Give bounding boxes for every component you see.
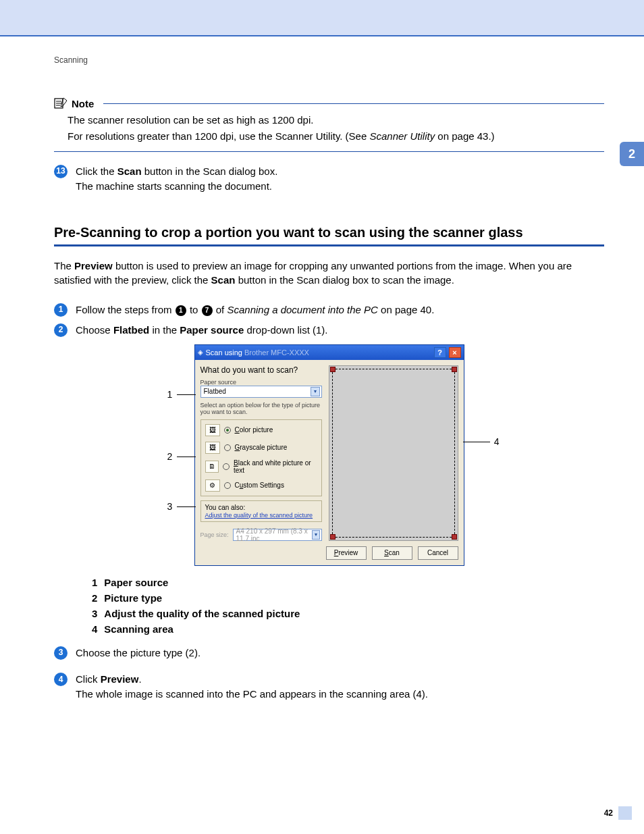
figure-legend: 1Paper source 2Picture type 3Adjust the …	[92, 577, 604, 635]
window-icon: ◈	[198, 348, 203, 356]
section-heading: Pre-Scanning to crop a portion you want …	[54, 225, 604, 240]
opt-gray[interactable]: 🖼 Grayscale picture	[205, 442, 317, 454]
radio-bw[interactable]	[223, 463, 230, 470]
step13-bold: Scan	[117, 165, 142, 177]
dialog-title: Scan using	[206, 348, 244, 357]
note-rule-top	[103, 103, 604, 104]
page-content: Scanning Note The scanner resolution can…	[54, 55, 604, 707]
opt-custom[interactable]: ⚙ Custom Settings	[205, 479, 317, 492]
paper-source-combo[interactable]: Flatbed ▾	[200, 386, 322, 398]
step-3: 3 Choose the picture type (2).	[54, 646, 604, 660]
section-rule	[54, 244, 604, 246]
note-box: Note The scanner resolution can be set a…	[54, 97, 604, 152]
s2-c: drop-down list (1).	[244, 324, 327, 336]
adjust-quality-link[interactable]: Adjust the quality of the scanned pictur…	[205, 512, 313, 519]
callout-4-num: 4	[494, 436, 500, 447]
opt-color-label: CColor pictureolor picture	[235, 426, 273, 434]
s4-c: .	[138, 673, 141, 685]
chevron-down-icon: ▾	[312, 530, 319, 540]
opt-color[interactable]: 🖼 CColor pictureolor picture	[205, 424, 317, 436]
paper-source-value: Flatbed	[204, 388, 226, 395]
also-group: You can also: Adjust the quality of the …	[200, 500, 322, 522]
page-size-combo[interactable]: A4 210 x 297 mm (8.3 x 11.7 inc ▾	[233, 529, 322, 541]
callout-4: 4	[494, 436, 500, 447]
close-button[interactable]: ×	[449, 347, 461, 358]
s1-link[interactable]: Scanning a document into the PC	[227, 304, 377, 315]
step-4: 4 Click Preview. The whole image is scan…	[54, 672, 604, 702]
intro-b2: Scan	[211, 274, 236, 286]
legend-1-n: 1	[92, 577, 97, 588]
step-13: 13 Click the Scan button in the Scan dia…	[54, 164, 604, 194]
opt-bw[interactable]: 🗎 Black and white picture or text	[205, 459, 317, 474]
page-size-label: Page size:	[200, 531, 229, 538]
step-1: 1 Follow the steps from 1 to 7 of Scanni…	[54, 303, 604, 317]
intro-b1: Preview	[74, 260, 113, 271]
step-2: 2 Choose Flatbed in the Paper source dro…	[54, 323, 604, 338]
top-band	[0, 0, 644, 35]
section-intro: The Preview button is used to preview an…	[54, 259, 604, 288]
chevron-down-icon: ▾	[311, 387, 320, 396]
select-hint: Select an option below for the type of p…	[200, 402, 322, 415]
step13-line2: The machine starts scanning the document…	[76, 180, 272, 192]
legend-4-t: Scanning area	[104, 623, 173, 635]
radio-custom[interactable]	[224, 482, 231, 489]
scan-button[interactable]: Scan	[372, 546, 412, 560]
callout-1: 1	[167, 389, 173, 400]
s1-b: of	[213, 304, 227, 315]
dialog-figure: 1 2 3 4 ◈ Scan using Brother MFC-XXXX ? …	[167, 344, 491, 566]
opt-custom-label: Custom Settings	[235, 481, 284, 489]
page-size-value: A4 210 x 297 mm (8.3 x 11.7 inc	[236, 527, 313, 542]
step-4-badge: 4	[54, 673, 68, 686]
chapter-thumb-tab: 2	[620, 142, 644, 166]
scanning-area[interactable]	[329, 365, 458, 541]
opt-bw-label: Black and white picture or text	[234, 459, 317, 474]
step-13-badge: 13	[54, 165, 68, 178]
cancel-button[interactable]: Cancel	[418, 546, 458, 560]
radio-gray[interactable]	[224, 444, 231, 451]
custom-settings-icon: ⚙	[205, 479, 220, 492]
dialog-question: What do you want to scan?	[200, 365, 322, 375]
opt-gray-label: Grayscale picture	[235, 444, 288, 451]
s2-b1: Flatbed	[113, 324, 149, 336]
resize-handle-tl[interactable]	[330, 367, 336, 372]
s1-c: on page 40.	[378, 304, 434, 315]
scan-dialog: ◈ Scan using Brother MFC-XXXX ? × What d…	[194, 344, 464, 566]
preview-button[interactable]: Preview	[326, 546, 367, 560]
legend-3-n: 3	[92, 608, 97, 619]
step13-pre: Click the	[76, 165, 117, 177]
s2-mid: in the	[149, 324, 180, 336]
callout-2: 2	[167, 451, 173, 462]
s1-mid: to	[187, 304, 201, 315]
note-label: Note	[72, 98, 94, 109]
legend-1-t: Paper source	[104, 577, 168, 588]
s2-b2: Paper source	[180, 324, 244, 336]
note-body: The scanner resolution can be set as hig…	[54, 109, 604, 152]
step-2-badge: 2	[54, 323, 68, 337]
s2-a: Choose	[76, 324, 113, 336]
dialog-titlebar: ◈ Scan using Brother MFC-XXXX ? ×	[195, 345, 464, 360]
legend-2-t: Picture type	[104, 592, 162, 604]
s4-line2: The whole image is scanned into the PC a…	[76, 688, 428, 700]
note-icon	[54, 97, 68, 109]
step13-post: button in the Scan dialog box.	[142, 165, 278, 177]
note-scanner-utility-link[interactable]: Scanner Utility	[369, 130, 435, 142]
dialog-title-device: Brother MFC-XXXX	[244, 348, 309, 357]
resize-handle-br[interactable]	[452, 534, 457, 540]
note-line2a: For resolutions greater than 1200 dpi, u…	[68, 130, 369, 142]
breadcrumb: Scanning	[54, 55, 604, 65]
legend-2-n: 2	[92, 592, 97, 604]
resize-handle-tr[interactable]	[452, 367, 457, 372]
s1-a: Follow the steps from	[76, 304, 175, 315]
inline-badge-7: 7	[202, 305, 213, 316]
color-picture-icon: 🖼	[205, 424, 220, 436]
top-rule	[0, 35, 644, 36]
selection-rectangle[interactable]	[332, 369, 455, 538]
help-button[interactable]: ?	[434, 347, 446, 358]
step-1-badge: 1	[54, 303, 68, 317]
s4-b: Preview	[101, 673, 139, 685]
legend-3-t: Adjust the quality of the scanned pictur…	[104, 608, 300, 619]
grayscale-picture-icon: 🖼	[205, 442, 220, 454]
legend-4-n: 4	[92, 623, 97, 635]
resize-handle-bl[interactable]	[330, 534, 336, 540]
radio-color[interactable]	[224, 427, 231, 434]
